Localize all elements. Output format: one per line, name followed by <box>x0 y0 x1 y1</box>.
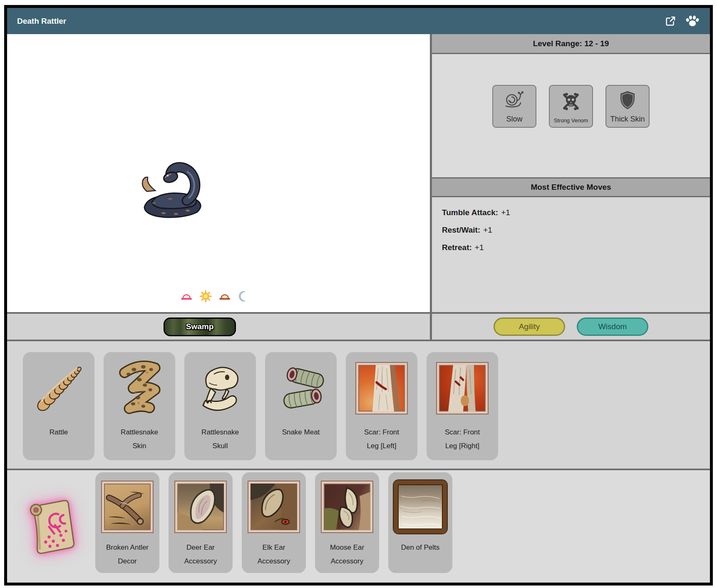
drop-card-scar-front-leg-right[interactable]: Scar: FrontLeg [Right] <box>427 352 498 460</box>
rattlesnake-skull-icon <box>184 355 256 421</box>
den-of-pelts-icon <box>388 476 452 538</box>
habitat-strip: Swamp <box>7 312 430 340</box>
item-label: Elk EarAccessory <box>242 541 306 568</box>
external-link-icon[interactable] <box>664 15 677 27</box>
decor-card-broken-antler[interactable]: Broken AntlerDecor <box>95 472 159 573</box>
scar-front-leg-right-icon <box>427 355 498 421</box>
move-value: +1 <box>501 208 510 217</box>
trait-label: Thick Skin <box>610 115 645 124</box>
broken-antler-icon <box>95 476 159 538</box>
item-label: RattlesnakeSkull <box>184 425 256 453</box>
move-value: +1 <box>475 243 484 252</box>
level-range-header: Level Range: 12 - 19 <box>432 34 710 54</box>
elk-ear-icon <box>242 476 306 538</box>
decor-card-elk-ear[interactable]: Elk EarAccessory <box>242 472 306 573</box>
glowing-scroll-icon[interactable] <box>16 494 86 557</box>
rattle-icon <box>23 355 94 421</box>
snail-icon <box>504 86 525 115</box>
rattlesnake-skin-icon <box>104 355 175 421</box>
titlebar: Death Rattler <box>7 8 710 34</box>
decor-card-deer-ear[interactable]: Deer EarAccessory <box>169 472 233 573</box>
item-label: Rattle <box>23 425 94 439</box>
deer-ear-icon <box>169 476 233 538</box>
drop-card-snake-meat[interactable]: Snake Meat <box>265 352 337 460</box>
moose-ear-icon <box>315 476 379 538</box>
stats-strip: Agility Wisdom <box>432 312 710 340</box>
moon-icon <box>237 290 250 303</box>
decor-card-den-of-pelts[interactable]: Den of Pelts <box>388 472 452 573</box>
dawn-icon <box>180 290 193 303</box>
move-name: Tumble Attack: <box>442 208 498 217</box>
sun-icon <box>199 290 212 303</box>
move-row: Retreat:+1 <box>442 243 710 252</box>
move-name: Rest/Wait: <box>442 226 480 234</box>
habitat-label: Swamp <box>186 322 214 331</box>
top-region: Swamp Level Range: 12 - 19 Slow Strong V… <box>7 34 710 340</box>
enemy-column: Swamp <box>7 34 430 340</box>
death-rattler-image <box>132 151 211 227</box>
snake-meat-icon <box>265 355 337 421</box>
info-panel: Level Range: 12 - 19 Slow Strong Venom <box>430 34 710 340</box>
enemy-display-area <box>7 34 430 312</box>
drop-card-scar-front-leg-left[interactable]: Scar: FrontLeg [Left] <box>346 352 417 460</box>
stat-agility-button[interactable]: Agility <box>494 318 565 336</box>
item-label: Scar: FrontLeg [Left] <box>346 425 417 453</box>
paw-icon[interactable] <box>685 15 700 28</box>
trait-label: Slow <box>506 115 522 124</box>
item-label: Broken AntlerDecor <box>95 541 159 568</box>
item-label: Den of Pelts <box>388 541 452 554</box>
move-row: Tumble Attack:+1 <box>442 208 710 217</box>
habitat-swamp-button[interactable]: Swamp <box>164 318 236 336</box>
moves-header: Most Effective Moves <box>432 177 710 197</box>
active-times <box>180 290 250 303</box>
move-value: +1 <box>483 226 492 234</box>
decor-card-moose-ear[interactable]: Moose EarAccessory <box>315 472 379 573</box>
drop-card-rattlesnake-skull[interactable]: RattlesnakeSkull <box>184 352 256 460</box>
move-row: Rest/Wait:+1 <box>442 226 710 235</box>
scar-front-leg-left-icon <box>346 355 417 421</box>
trait-strong-venom[interactable]: Strong Venom <box>549 85 593 128</box>
titlebar-icons <box>664 15 700 28</box>
drop-card-rattlesnake-skin[interactable]: RattlesnakeSkin <box>104 352 175 460</box>
drops-section: Rattle RattlesnakeSkin <box>7 340 710 469</box>
item-label: Deer EarAccessory <box>169 541 233 568</box>
decor-section: Broken AntlerDecor Deer EarAccessory <box>7 469 710 583</box>
shield-icon <box>618 86 637 115</box>
item-label: Snake Meat <box>265 425 337 439</box>
trait-slow[interactable]: Slow <box>492 85 536 128</box>
trait-thick-skin[interactable]: Thick Skin <box>605 85 650 128</box>
item-label: Scar: FrontLeg [Right] <box>427 425 498 453</box>
item-label: Moose EarAccessory <box>315 541 379 568</box>
moves-list: Tumble Attack:+1 Rest/Wait:+1 Retreat:+1 <box>432 197 710 312</box>
move-name: Retreat: <box>442 243 472 252</box>
drop-card-rattle[interactable]: Rattle <box>23 352 94 460</box>
trait-label: Strong Venom <box>554 117 588 124</box>
traits-area: Slow Strong Venom Thick Skin <box>432 54 710 177</box>
enemy-info-modal: Death Rattler <box>4 5 713 586</box>
skull-crossbones-icon <box>561 86 581 117</box>
item-label: RattlesnakeSkin <box>104 425 175 453</box>
stat-wisdom-button[interactable]: Wisdom <box>577 318 648 336</box>
page-title: Death Rattler <box>17 17 66 26</box>
dusk-icon <box>218 290 231 303</box>
